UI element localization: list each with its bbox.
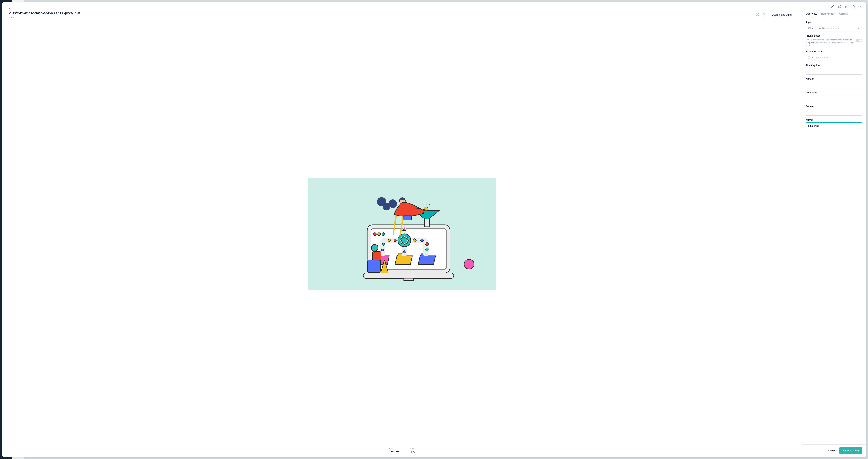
info-icon[interactable] xyxy=(756,13,760,17)
asset-side-panel: Overview References Activity Tags Choose… xyxy=(802,2,866,457)
illustration-shape xyxy=(372,251,381,261)
svg-point-33 xyxy=(389,200,397,208)
cancel-button[interactable]: Cancel xyxy=(828,449,836,452)
illustration-shape xyxy=(381,259,388,273)
svg-point-16 xyxy=(400,240,402,241)
focal-point-icon[interactable] xyxy=(762,13,766,17)
open-image-editor-button[interactable]: Open image editor xyxy=(769,11,795,18)
chevron-down-icon xyxy=(857,27,860,29)
tab-activity[interactable]: Activity xyxy=(839,12,848,17)
panel-tabs: Overview References Activity xyxy=(802,8,866,17)
illustration-shape xyxy=(464,259,474,269)
svg-rect-4 xyxy=(363,273,454,278)
tags-label: Tags xyxy=(806,21,862,24)
svg-line-29 xyxy=(393,212,397,236)
alt-text-input[interactable] xyxy=(806,82,862,88)
close-icon[interactable] xyxy=(859,5,862,8)
svg-rect-39 xyxy=(404,216,411,220)
svg-point-17 xyxy=(401,237,403,239)
svg-line-36 xyxy=(424,203,424,206)
meta-size-value: 55.47 KB xyxy=(389,450,399,453)
title-caption-label: Title/Caption xyxy=(806,64,862,67)
illustration-shape xyxy=(371,244,378,251)
svg-rect-28 xyxy=(424,219,429,227)
private-asset-helper: Private assets are assets that are not a… xyxy=(806,38,854,47)
illustration-shape xyxy=(367,259,381,273)
svg-line-38 xyxy=(429,203,430,206)
tags-placeholder: Choose existing or add new xyxy=(808,27,839,29)
svg-point-21 xyxy=(394,239,396,242)
trash-icon[interactable] xyxy=(852,5,855,8)
link-icon[interactable] xyxy=(831,5,834,8)
save-and-close-button[interactable]: Save & Close xyxy=(839,447,862,454)
svg-point-13 xyxy=(406,242,408,244)
asset-main-area: In / custom-metadata-for-assets-preview … xyxy=(2,2,802,457)
svg-point-15 xyxy=(401,242,403,244)
asset-detail-modal: In / custom-metadata-for-assets-preview … xyxy=(2,2,866,457)
asset-preview-image xyxy=(308,178,496,290)
alt-text-label: Alt text xyxy=(806,78,862,80)
external-link-icon[interactable] xyxy=(838,5,841,8)
title-caption-input[interactable] xyxy=(806,68,862,74)
svg-point-14 xyxy=(404,243,405,245)
source-input[interactable] xyxy=(806,109,862,116)
private-asset-toggle[interactable] xyxy=(856,39,862,42)
svg-point-11 xyxy=(406,237,408,239)
tab-references[interactable]: References xyxy=(821,12,835,17)
private-asset-label: Private asset xyxy=(806,34,862,37)
breadcrumb-sep: / xyxy=(12,7,12,10)
svg-point-1 xyxy=(764,14,764,15)
author-input[interactable] xyxy=(806,123,862,129)
tags-select[interactable]: Choose existing or add new xyxy=(806,25,862,31)
calendar-icon xyxy=(808,56,810,59)
illustration-person xyxy=(376,197,443,236)
svg-marker-40 xyxy=(381,259,388,273)
asset-meta-row: Size 55.47 KB File .png xyxy=(9,446,795,453)
svg-rect-41 xyxy=(808,57,810,59)
svg-point-20 xyxy=(388,239,391,242)
svg-point-18 xyxy=(382,243,385,245)
tab-overview[interactable]: Overview xyxy=(806,12,817,17)
svg-point-12 xyxy=(407,240,409,241)
svg-rect-5 xyxy=(404,278,413,281)
svg-point-35 xyxy=(424,207,428,211)
breadcrumb: In / xyxy=(9,7,795,10)
breadcrumb-prefix: In xyxy=(9,7,11,10)
copyright-label: Copyright xyxy=(806,91,862,94)
asset-title: custom-metadata-for-assets-preview xyxy=(9,11,80,16)
expiration-label: Expiration date xyxy=(806,50,862,53)
source-label: Source xyxy=(806,105,862,108)
author-label: Author xyxy=(806,119,862,121)
meta-file-label: File xyxy=(410,448,415,450)
copyright-input[interactable] xyxy=(806,95,862,102)
expiration-input[interactable] xyxy=(806,54,862,61)
svg-point-10 xyxy=(404,236,405,238)
svg-point-19 xyxy=(381,249,384,251)
folder-icon[interactable] xyxy=(845,5,848,8)
meta-size-label: Size xyxy=(389,448,399,450)
meta-file-value: .png xyxy=(410,450,415,453)
asset-extension: .png xyxy=(9,16,80,19)
svg-point-9 xyxy=(398,234,411,247)
